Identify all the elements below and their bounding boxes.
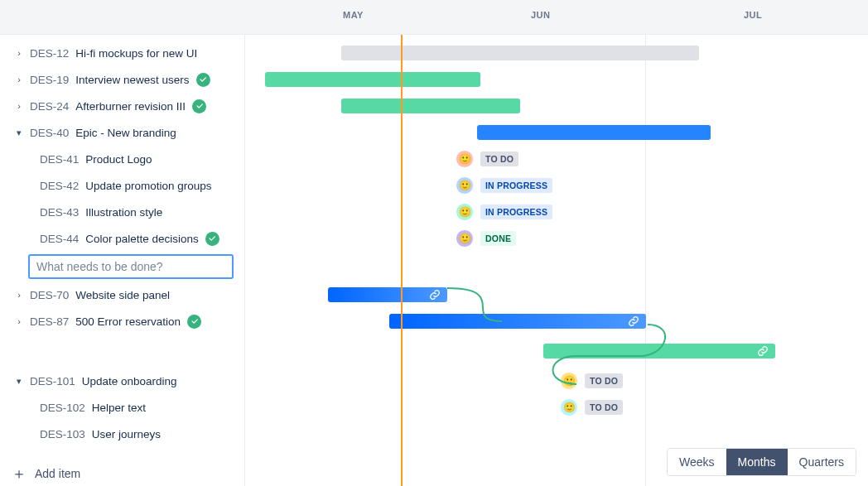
plus-icon: ＋ [12, 466, 27, 481]
issue-summary: Helper text [92, 402, 146, 414]
issue-key: DES-42 [40, 180, 79, 192]
month-may: MAY [343, 10, 364, 20]
issue-key: DES-44 [40, 233, 79, 245]
issue-sidebar: ›DES-12Hi-fi mockups for new UI›DES-19In… [0, 35, 245, 486]
timeline-bar[interactable] [389, 314, 646, 329]
issue-key: DES-102 [40, 402, 85, 414]
timeline-header: MAY JUN JUL [0, 0, 868, 35]
issue-epic-row[interactable]: ›DES-19Interview newest users [0, 66, 244, 93]
timeline-bar[interactable] [543, 344, 775, 358]
status-lozenge: DONE [480, 231, 516, 246]
issue-epic-row[interactable]: ›DES-12Hi-fi mockups for new UI [0, 40, 244, 66]
issue-summary: Interview newest users [75, 74, 189, 86]
issue-summary: Hi-fi mockups for new UI [75, 47, 197, 60]
issue-summary: Illustration style [85, 206, 162, 219]
add-item-button[interactable]: ＋Add item [12, 466, 80, 481]
issue-key: DES-40 [30, 127, 69, 139]
view-months-button[interactable]: Months [726, 449, 788, 475]
issue-summary: Color palette decisions [85, 233, 199, 245]
chevron-down-icon[interactable]: ▾ [12, 376, 27, 387]
issue-key: DES-41 [40, 153, 79, 166]
issue-child-row[interactable]: DES-43Illustration style [0, 199, 244, 225]
issue-key: DES-19 [30, 74, 69, 86]
issue-key: DES-103 [40, 428, 85, 440]
issue-key: DES-12 [30, 47, 69, 60]
issue-epic-row[interactable]: ▾DES-101Update onboarding [0, 368, 244, 394]
issue-summary: Epic - New branding [75, 127, 176, 139]
assignee-avatar[interactable]: 🙂 [456, 150, 474, 168]
issue-child-row[interactable]: DES-103User journeys [0, 421, 244, 447]
new-issue-input[interactable] [28, 254, 234, 279]
issue-summary: 500 Error reservation [75, 315, 181, 328]
assignee-avatar[interactable]: 🙂 [456, 176, 474, 195]
issue-summary: Afterburner revision III [75, 100, 186, 113]
assignee-avatar[interactable]: 🙂 [560, 372, 578, 390]
timeline-bar[interactable] [265, 72, 480, 87]
done-check-icon [187, 315, 201, 329]
link-icon [628, 315, 639, 330]
status-lozenge: TO DO [480, 152, 518, 166]
status-lozenge: IN PROGRESS [480, 205, 552, 219]
status-lozenge: TO DO [585, 373, 623, 388]
timeline-bar[interactable] [477, 125, 711, 140]
spacer-row [0, 334, 244, 368]
issue-key: DES-87 [30, 315, 69, 328]
chevron-right-icon[interactable]: › [12, 75, 27, 84]
issue-summary: Update promotion groups [85, 180, 211, 192]
done-check-icon [192, 99, 206, 113]
chevron-right-icon[interactable]: › [12, 290, 27, 300]
issue-epic-row[interactable]: ›DES-87500 Error reservation [0, 308, 244, 334]
issue-key: DES-24 [30, 100, 69, 113]
issue-epic-row[interactable]: ›DES-24Afterburner revision III [0, 93, 244, 119]
issue-child-row[interactable]: DES-44Color palette decisions [0, 225, 244, 252]
done-check-icon [205, 232, 219, 246]
issue-summary: Update onboarding [82, 375, 177, 387]
issue-summary: User journeys [92, 428, 161, 440]
timeline-bar[interactable] [341, 99, 520, 113]
timeline-bar[interactable] [328, 287, 447, 302]
link-icon [429, 289, 441, 303]
status-lozenge: TO DO [585, 400, 623, 415]
issue-summary: Product Logo [85, 153, 152, 166]
dependency-lines [245, 35, 868, 486]
issue-child-row[interactable]: DES-42Update promotion groups [0, 172, 244, 199]
add-item-label: Add item [35, 467, 80, 480]
issue-summary: Website side panel [75, 289, 170, 301]
assignee-avatar[interactable]: 🙂 [456, 229, 474, 248]
view-switcher: Weeks Months Quarters [667, 448, 856, 476]
chevron-right-icon[interactable]: › [12, 316, 27, 326]
month-labels: MAY JUN JUL [245, 0, 868, 34]
month-jul: JUL [744, 10, 762, 20]
issue-child-row[interactable]: DES-41Product Logo [0, 146, 244, 172]
timeline-bar[interactable] [341, 46, 699, 60]
month-separator [645, 35, 646, 486]
status-lozenge: IN PROGRESS [480, 178, 552, 193]
issue-key: DES-101 [30, 375, 75, 387]
view-weeks-button[interactable]: Weeks [668, 449, 726, 475]
assignee-avatar[interactable]: 🙂 [456, 203, 474, 221]
assignee-avatar[interactable]: 🙂 [560, 398, 578, 416]
chevron-right-icon[interactable]: › [12, 101, 27, 111]
issue-key: DES-70 [30, 289, 69, 301]
done-check-icon [196, 73, 210, 87]
month-jun: JUN [531, 10, 551, 20]
issue-epic-row[interactable]: ›DES-70Website side panel [0, 281, 244, 308]
view-quarters-button[interactable]: Quarters [788, 449, 856, 475]
header-spacer [0, 0, 245, 34]
issue-key: DES-43 [40, 206, 79, 219]
issue-epic-row[interactable]: ▾DES-40Epic - New branding [0, 119, 244, 146]
timeline-canvas[interactable]: 🙂TO DO🙂IN PROGRESS🙂IN PROGRESS🙂DONE🙂TO D… [245, 35, 868, 486]
chevron-down-icon[interactable]: ▾ [12, 128, 27, 138]
new-issue-row [0, 252, 244, 281]
issue-child-row[interactable]: DES-102Helper text [0, 394, 244, 421]
link-icon [757, 345, 769, 359]
chevron-right-icon[interactable]: › [12, 48, 27, 58]
